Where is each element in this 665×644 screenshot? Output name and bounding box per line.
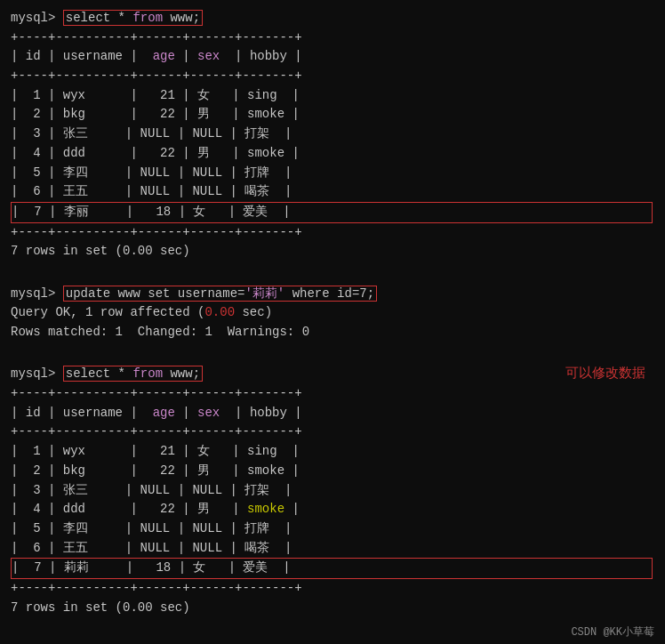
prompt2: mysql>	[11, 286, 63, 301]
row1-4: | 4 | ddd | 22 | 男 | smoke |	[11, 144, 654, 164]
prompt1: mysql>	[11, 11, 63, 25]
table2-header: | id | username | age | sex | hobby |	[11, 404, 654, 423]
terminal: mysql> select * from www; +----+--------…	[11, 9, 654, 640]
row2-6: | 6 | 王五 | NULL | NULL | 喝茶 |	[11, 539, 654, 559]
blank1	[11, 265, 654, 285]
row2-5: | 5 | 李四 | NULL | NULL | 打牌 |	[11, 519, 654, 539]
first-select-command: select * from www;	[63, 10, 203, 26]
section1: mysql> select * from www; +----+--------…	[11, 9, 654, 262]
row1-2: | 2 | bkg | 22 | 男 | smoke |	[11, 105, 654, 125]
section2: 可以修改数据 mysql> select * from www; +----+-…	[11, 365, 654, 617]
rows-matched-line: Rows matched: 1 Changed: 1 Warnings: 0	[11, 323, 654, 342]
table2: +----+----------+------+------+-------+ …	[11, 384, 654, 599]
first-command-line: mysql> select * from www;	[11, 9, 654, 28]
result2: 7 rows in set (0.00 sec)	[11, 599, 654, 618]
blank2	[11, 346, 654, 366]
sex-header: sex	[197, 49, 220, 63]
result1: 7 rows in set (0.00 sec)	[11, 242, 654, 262]
row1-6: | 6 | 王五 | NULL | NULL | 喝茶 |	[11, 182, 654, 202]
row2-2: | 2 | bkg | 22 | 男 | smoke |	[11, 462, 654, 481]
prompt3: mysql>	[11, 366, 63, 381]
second-command-line: mysql> select * from www;	[11, 365, 654, 384]
annotation-text: 可以修改数据	[565, 365, 645, 382]
row2-4: | 4 | ddd | 22 | 男 | smoke |	[11, 500, 654, 519]
row2-3: | 3 | 张三 | NULL | NULL | 打架 |	[11, 481, 654, 501]
row1-5: | 5 | 李四 | NULL | NULL | 打牌 |	[11, 164, 654, 183]
age-header: age	[145, 49, 175, 63]
time-highlight: 0.00	[204, 305, 235, 319]
row1-3: | 3 | 张三 | NULL | NULL | 打架 |	[11, 125, 654, 144]
row1-7-highlighted: | 7 | 李丽 | 18 | 女 | 爱美 |	[11, 202, 653, 223]
footer: CSDN @KK小草莓	[11, 624, 654, 640]
table1-header: | id | username | age | sex | hobby |	[11, 47, 654, 67]
sex-header2: sex	[197, 406, 220, 420]
from-keyword2: from	[132, 366, 163, 381]
update-command-line: mysql> update www set username='莉莉' wher…	[11, 285, 654, 304]
sep1-bot: +----+----------+------+------+-------+	[11, 223, 654, 243]
table1: +----+----------+------+------+-------+ …	[11, 28, 654, 243]
sep2-mid: +----+----------+------+------+-------+	[11, 423, 654, 442]
age-header2: age	[145, 406, 175, 420]
second-select-command: select * from www;	[63, 366, 203, 382]
smoke-yellow: smoke	[247, 502, 284, 516]
sep1-mid: +----+----------+------+------+-------+	[11, 67, 654, 86]
row1-1: | 1 | wyx | 21 | 女 | sing |	[11, 86, 654, 106]
update-command: update www set username='莉莉' where id=7;	[63, 286, 377, 302]
update-section: mysql> update www set username='莉莉' wher…	[11, 285, 654, 342]
row2-1: | 1 | wyx | 21 | 女 | sing |	[11, 442, 654, 462]
query-ok-line: Query OK, 1 row affected (0.00 sec)	[11, 303, 654, 323]
from-keyword: from	[132, 11, 163, 25]
sep2-bot: +----+----------+------+------+-------+	[11, 579, 654, 599]
row2-7-highlighted: | 7 | 莉莉 | 18 | 女 | 爱美 |	[11, 558, 653, 579]
sep2-top: +----+----------+------+------+-------+	[11, 384, 654, 404]
sep1-top: +----+----------+------+------+-------+	[11, 28, 654, 48]
